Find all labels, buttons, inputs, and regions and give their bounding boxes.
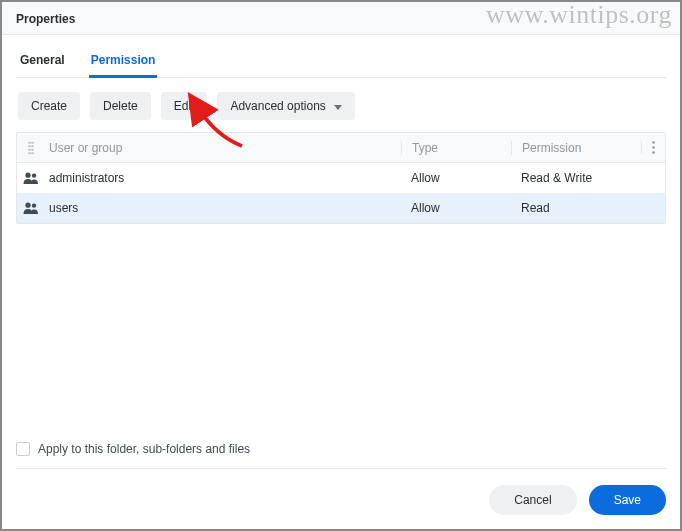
apply-checkbox[interactable] [16,442,30,456]
row-name: administrators [45,171,401,185]
toolbar: Create Delete Edit Advanced options [16,78,666,132]
row-permission: Read [511,201,641,215]
apply-row: Apply to this folder, sub-folders and fi… [16,434,666,469]
permission-table: User or group Type Permission administra… [16,132,666,224]
footer-buttons: Cancel Save [489,485,666,515]
table-row[interactable]: administrators Allow Read & Write [17,163,665,193]
tab-general[interactable]: General [18,47,67,77]
edit-button[interactable]: Edit [161,92,208,120]
svg-point-6 [32,203,36,207]
tab-bar: General Permission [16,35,666,78]
properties-window: www.wintips.org Properties General Permi… [0,0,682,531]
svg-point-1 [652,146,655,149]
column-permission[interactable]: Permission [511,141,641,155]
svg-point-2 [652,151,655,154]
delete-button[interactable]: Delete [90,92,151,120]
svg-point-5 [25,203,30,208]
window-title: Properties [16,12,75,26]
caret-down-icon [334,99,342,113]
svg-point-4 [32,173,36,177]
column-user-group[interactable]: User or group [45,141,401,155]
group-icon [17,172,45,184]
table-row[interactable]: users Allow Read [17,193,665,223]
window-header: Properties [2,2,680,35]
svg-point-3 [25,173,30,178]
row-type: Allow [401,201,511,215]
cancel-button[interactable]: Cancel [489,485,576,515]
advanced-options-button[interactable]: Advanced options [217,92,355,120]
column-type[interactable]: Type [401,141,511,155]
create-button[interactable]: Create [18,92,80,120]
svg-point-0 [652,141,655,144]
apply-label: Apply to this folder, sub-folders and fi… [38,442,250,456]
table-header: User or group Type Permission [17,133,665,163]
row-permission: Read & Write [511,171,641,185]
group-icon [17,202,45,214]
drag-handle-header [17,141,45,155]
column-menu-button[interactable] [641,141,665,154]
row-name: users [45,201,401,215]
row-type: Allow [401,171,511,185]
tab-permission[interactable]: Permission [89,47,158,77]
save-button[interactable]: Save [589,485,666,515]
advanced-options-label: Advanced options [230,99,325,113]
